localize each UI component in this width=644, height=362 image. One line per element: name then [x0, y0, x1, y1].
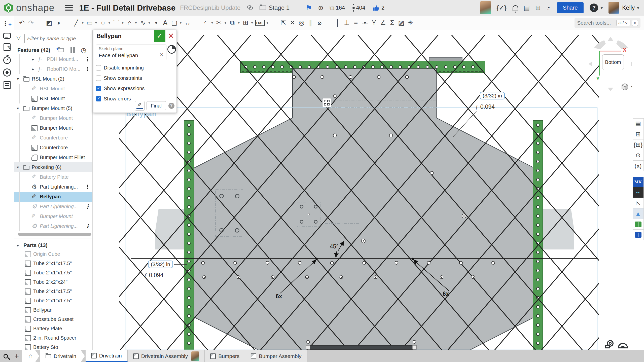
feature-counterbore-sketch[interactable]: Counterbore ⋮	[14, 133, 92, 143]
green-docs-icon[interactable]	[633, 219, 644, 230]
featurescript-check-icon[interactable]: {✓}	[496, 4, 506, 12]
drag-handle-icon[interactable]: ⋮	[83, 66, 90, 73]
expand-caret-icon[interactable]	[32, 57, 39, 62]
checkbox[interactable]	[96, 65, 101, 70]
notes-icon[interactable]	[4, 43, 11, 51]
new-folder-icon[interactable]	[58, 48, 64, 52]
tape-measure-icon[interactable]	[604, 339, 615, 349]
checklist-icon[interactable]	[4, 81, 11, 89]
dimension-top-value[interactable]: (3/32) in	[480, 92, 505, 99]
appearance-panel-icon[interactable]: ▤	[633, 118, 644, 129]
expand-caret-icon[interactable]	[17, 165, 23, 170]
vertical-constraint-icon[interactable]: │ ▼	[334, 19, 342, 27]
trim-tool-icon[interactable]: ✂ ▼	[215, 19, 227, 27]
part-tube[interactable]: Tube 2"x1"x17.5"	[14, 268, 92, 277]
view-orientation-button[interactable]: Bottom	[602, 54, 624, 70]
render-studio-icon[interactable]: ⊙	[633, 150, 644, 161]
collaborator-avatar[interactable]	[480, 1, 491, 14]
arc-tool-icon[interactable]: ⌒ ▼	[113, 18, 124, 27]
feature-steps-icon[interactable]	[3, 20, 11, 28]
horizontal-constraint-icon[interactable]: ─ ▼	[325, 19, 333, 27]
feature-rsl-mount-sketch[interactable]: RSL Mount ⋮	[14, 84, 92, 94]
arena-icon[interactable]: ▲	[633, 208, 644, 219]
tab-search-icon[interactable]	[0, 350, 12, 362]
chevron-down-icon[interactable]: ▼	[81, 21, 84, 25]
view-cube-dropdown[interactable]: ▼	[621, 83, 632, 91]
part-round-spacer[interactable]: 2 in. Round Spacer	[14, 333, 92, 343]
equation-icon[interactable]: Σ ▼	[388, 19, 396, 27]
midpoint-constraint-icon[interactable]: -•- ▼	[361, 19, 369, 27]
drag-handle-icon[interactable]: ⋮	[83, 184, 90, 190]
revolve-icon[interactable]: ◑ ▼	[54, 19, 62, 27]
final-button[interactable]: Final	[147, 101, 166, 110]
feature-roborio-mount[interactable]: RoboRIO Mo... ⋮	[14, 64, 92, 74]
search-tools-input[interactable]	[577, 20, 615, 26]
checkbox[interactable]	[96, 86, 101, 91]
redo-icon[interactable]: ↷ ▼	[27, 19, 35, 27]
symmetric-constraint-icon[interactable]: Y ▼	[370, 19, 378, 27]
part-origin-cube[interactable]: Origin Cube	[14, 249, 92, 259]
suppress-pause-icon[interactable]	[70, 47, 75, 53]
featurescript-cube-icon[interactable]: ⊞	[633, 129, 644, 139]
chevron-down-icon[interactable]: ▼	[251, 21, 254, 25]
workspace-label[interactable]: Stage 1	[269, 4, 290, 11]
feature-bumper-mount-fillet[interactable]: Bumper Mount Fillet ⋮	[14, 153, 92, 162]
point-tool-icon[interactable]: • ▼	[152, 19, 160, 27]
transform-tool-icon[interactable]: ⇱ ▼	[280, 19, 287, 27]
pattern-tool-icon[interactable]: ⊞ ▼	[242, 19, 254, 27]
rollback-clock-icon[interactable]: ◷	[81, 47, 87, 53]
cancel-x-button[interactable]: ✕	[165, 30, 176, 42]
mkcad-icon[interactable]: MK	[633, 177, 644, 187]
export-cube-icon[interactable]: ⇱	[633, 198, 644, 208]
folder-rsl-mount[interactable]: RSL Mount (2) ⋮	[14, 74, 92, 84]
share-button[interactable]: Share	[557, 2, 584, 13]
drag-handle-icon[interactable]: ⋮	[83, 56, 90, 63]
thumbs-up-icon[interactable]	[372, 4, 380, 12]
help-caret-icon[interactable]: ▼	[600, 6, 603, 10]
onshape-logo[interactable]	[4, 3, 14, 13]
tangent-constraint-icon[interactable]: ⌀ ▼	[316, 19, 324, 27]
tab-partstudio-drivetrain[interactable]: Drivetrain	[86, 350, 128, 362]
user-menu-caret-icon[interactable]: ▼	[636, 6, 640, 10]
filter-input[interactable]	[24, 34, 90, 43]
part-tube[interactable]: Tube 2"x1"x17.5"	[14, 296, 92, 305]
tab-partstudio-bumpers[interactable]: Bumpers	[205, 350, 245, 362]
circle-tool-icon[interactable]: ○ ▼	[99, 19, 111, 27]
equal-constraint-icon[interactable]: = ▼	[352, 19, 360, 27]
versions-flag-icon[interactable]: ⚑	[306, 4, 312, 12]
polygon-tool-icon[interactable]: ⌂ ▼	[126, 19, 138, 27]
copies-icon[interactable]: ⧉	[330, 4, 334, 12]
undo-icon[interactable]: ↶ ▼	[18, 19, 26, 27]
history-icon[interactable]	[352, 4, 354, 12]
feature-battery-plate-sketch[interactable]: Battery Plate ⋮	[14, 172, 92, 182]
apps-grid-icon[interactable]: ⊞	[535, 4, 541, 12]
horizontal-scrollbar[interactable]	[18, 233, 91, 236]
link-icon[interactable]	[247, 5, 254, 11]
expand-caret-icon[interactable]	[17, 106, 23, 111]
chevron-down-icon[interactable]: ▼	[266, 21, 269, 25]
protractor-icon[interactable]	[617, 339, 628, 349]
chevron-down-icon[interactable]: ▼	[134, 21, 138, 25]
spline-tool-icon[interactable]: ∿ ▼	[139, 19, 151, 27]
feature-rsl-mount-extrude[interactable]: RSL Mount ⋮	[14, 94, 92, 103]
add-tab-button[interactable]: +	[12, 350, 22, 362]
main-menu-icon[interactable]	[65, 5, 73, 11]
pattern-badge-icon[interactable]	[322, 98, 331, 107]
chevron-down-icon[interactable]: ▼	[210, 21, 214, 25]
feature-counterbore-extrude[interactable]: Counterbore ⋮	[14, 143, 92, 153]
variables-icon[interactable]: (x)	[633, 161, 644, 171]
part-battery-plate[interactable]: Battery Plate	[14, 324, 92, 333]
fillet-tool-icon[interactable]: ◜ ▼	[202, 19, 214, 27]
part-battery-stop[interactable]: Battery Sto	[14, 343, 92, 350]
user-name[interactable]: Kelly	[622, 5, 635, 11]
rectangle-tool-icon[interactable]: ▭ ▼	[86, 19, 98, 27]
tab-breadcrumb-drivetrain[interactable]: Drivetrain	[40, 350, 85, 362]
checkbox[interactable]	[96, 76, 101, 81]
parallel-constraint-icon[interactable]: ∥ ▼	[307, 19, 314, 27]
document-title[interactable]: 1E - Full Detail Drivebase	[79, 3, 175, 13]
dimension-left-value[interactable]: (3/32) in	[148, 261, 173, 268]
chevron-down-icon[interactable]: ▼	[148, 21, 151, 25]
search-tools-box[interactable]: alt/⌥ c	[575, 18, 640, 28]
insert-dxf-icon[interactable]: DXF ▼	[255, 20, 269, 26]
construction-icon[interactable]: ☀ ▼	[407, 19, 414, 27]
